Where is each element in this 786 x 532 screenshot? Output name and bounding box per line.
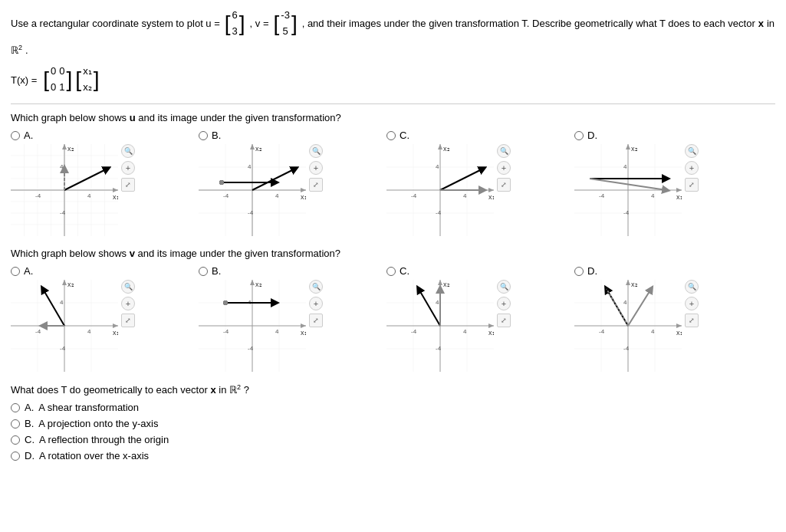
- svg-text:-4: -4: [599, 328, 605, 335]
- radio-v-a[interactable]: [11, 267, 20, 276]
- expand-icon-u-b[interactable]: ⤢: [309, 178, 323, 192]
- radio-final-b[interactable]: [11, 419, 20, 429]
- zoom-in-icon-v-a[interactable]: +: [121, 297, 135, 310]
- zoom-search-icon-u-b[interactable]: 🔍: [309, 144, 323, 158]
- label-v-a: A.: [24, 265, 33, 277]
- options-row-u: A.: [11, 130, 775, 238]
- radio-v-b[interactable]: [199, 267, 208, 276]
- label-v-d: D.: [587, 265, 597, 277]
- svg-text:x₂: x₂: [443, 145, 450, 153]
- svg-text:x₁: x₁: [301, 329, 306, 337]
- svg-marker-85: [113, 323, 118, 328]
- option-u-d: D. x₁ x₂ -4 4 4 -4: [574, 130, 755, 238]
- radio-u-a[interactable]: [11, 131, 20, 140]
- graph-u-d-icons: 🔍 + ⤢: [685, 144, 699, 192]
- svg-text:4: 4: [248, 163, 252, 170]
- expand-icon-v-c[interactable]: ⤢: [497, 314, 511, 327]
- zoom-search-icon-v-d[interactable]: 🔍: [685, 280, 699, 294]
- svg-marker-119: [488, 323, 494, 328]
- zoom-search-icon-u-d[interactable]: 🔍: [685, 144, 699, 158]
- radio-u-d[interactable]: [574, 131, 584, 140]
- radio-v-c[interactable]: [386, 267, 396, 276]
- expand-icon-v-a[interactable]: ⤢: [121, 314, 135, 327]
- radio-final-a[interactable]: [11, 403, 20, 412]
- svg-line-127: [419, 289, 440, 326]
- option-v-a: A. x₁ x₂ -4 4 4 -4: [11, 265, 191, 374]
- svg-text:-4: -4: [623, 209, 630, 216]
- zoom-in-icon-u-c[interactable]: +: [497, 161, 511, 175]
- svg-text:4: 4: [60, 299, 64, 306]
- svg-text:x₂: x₂: [443, 281, 450, 288]
- header-comma1: , v =: [250, 16, 269, 31]
- svg-marker-16: [113, 188, 118, 192]
- divider1: [11, 103, 775, 104]
- final-option-c-text: A reflection through the origin: [39, 434, 169, 445]
- final-option-d: D. A rotation over the x-axis: [11, 450, 775, 461]
- graph-u-b-icons: 🔍 + ⤢: [309, 144, 323, 192]
- header-r2: ℝ2: [11, 43, 22, 58]
- expand-icon-u-d[interactable]: ⤢: [685, 178, 699, 192]
- svg-marker-135: [676, 323, 682, 328]
- zoom-in-icon-u-d[interactable]: +: [685, 161, 699, 175]
- zoom-in-icon-v-b[interactable]: +: [309, 297, 323, 310]
- expand-icon-u-c[interactable]: ⤢: [497, 178, 511, 192]
- option-u-c: C. x₁ x₂ -4 4 4 -4: [386, 130, 567, 238]
- zoom-search-icon-v-b[interactable]: 🔍: [309, 280, 323, 294]
- svg-text:-4: -4: [223, 328, 229, 335]
- svg-text:4: 4: [463, 328, 467, 335]
- label-u-b: B.: [212, 130, 221, 141]
- zoom-in-icon-u-b[interactable]: +: [309, 161, 323, 175]
- zoom-in-icon-v-d[interactable]: +: [685, 297, 699, 310]
- svg-text:4: 4: [60, 163, 64, 170]
- svg-marker-70: [626, 144, 630, 149]
- svg-text:x₁: x₁: [488, 193, 494, 201]
- graph-v-c: x₁ x₂ -4 4 4 -4 🔍: [386, 280, 494, 374]
- svg-text:x₁: x₁: [113, 193, 118, 201]
- header-period: .: [25, 43, 28, 58]
- graph-v-a: x₁ x₂ -4 4 4 -4: [11, 280, 118, 374]
- svg-text:x₁: x₁: [113, 329, 118, 337]
- zoom-search-icon-u-c[interactable]: 🔍: [497, 144, 511, 158]
- svg-text:-4: -4: [35, 328, 41, 335]
- svg-text:4: 4: [651, 192, 655, 199]
- header-x-bold: x: [758, 16, 764, 31]
- zoom-search-icon-v-c[interactable]: 🔍: [497, 280, 511, 294]
- final-option-c: C. A reflection through the origin: [11, 434, 775, 445]
- graph-u-b: x₁ x₂ -4 4 4 -4: [199, 144, 306, 238]
- zoom-search-icon-v-a[interactable]: 🔍: [121, 280, 135, 294]
- label-u-d: D.: [587, 130, 597, 141]
- svg-text:-4: -4: [248, 209, 254, 216]
- svg-line-24: [64, 169, 107, 190]
- svg-marker-136: [626, 280, 630, 285]
- svg-text:x₁: x₁: [488, 329, 494, 337]
- svg-text:x₁: x₁: [676, 329, 682, 337]
- svg-text:-4: -4: [411, 192, 417, 199]
- radio-u-c[interactable]: [386, 131, 396, 140]
- svg-text:-4: -4: [223, 192, 229, 199]
- expand-icon-v-b[interactable]: ⤢: [309, 314, 323, 327]
- radio-final-c[interactable]: [11, 435, 20, 445]
- v-matrix: [ -3 5 ]: [274, 8, 298, 40]
- label-v-b: B.: [212, 265, 221, 277]
- zoom-search-icon-u-a[interactable]: 🔍: [121, 144, 135, 158]
- graph-v-a-icons: 🔍 + ⤢: [121, 280, 135, 327]
- svg-line-93: [43, 289, 64, 326]
- expand-icon-v-d[interactable]: ⤢: [685, 314, 699, 327]
- svg-text:-4: -4: [599, 192, 605, 199]
- svg-text:4: 4: [463, 192, 467, 199]
- radio-u-b[interactable]: [199, 131, 208, 140]
- radio-final-d[interactable]: [11, 452, 20, 461]
- svg-text:x₂: x₂: [631, 145, 638, 153]
- svg-text:x₂: x₂: [631, 281, 638, 288]
- expand-icon-u-a[interactable]: ⤢: [121, 178, 135, 192]
- svg-text:-4: -4: [411, 328, 417, 335]
- zoom-in-icon-u-a[interactable]: +: [121, 161, 135, 175]
- svg-text:4: 4: [623, 163, 627, 170]
- svg-text:4: 4: [275, 328, 279, 335]
- option-v-c: C. x₁ x₂ -4 4 4 -4: [386, 265, 567, 374]
- final-option-a-letter: A.: [25, 402, 34, 413]
- svg-text:-4: -4: [248, 345, 254, 352]
- svg-text:4: 4: [623, 299, 627, 306]
- radio-v-d[interactable]: [574, 267, 584, 276]
- zoom-in-icon-v-c[interactable]: +: [497, 297, 511, 310]
